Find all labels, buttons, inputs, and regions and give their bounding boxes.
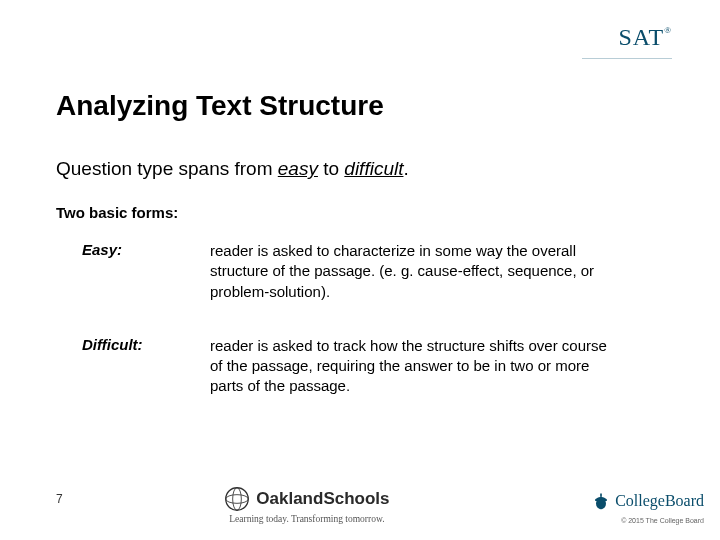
- copyright: © 2015 The College Board: [591, 517, 704, 524]
- form-desc-difficult: reader is asked to track how the structu…: [210, 336, 610, 397]
- subtitle-difficult: difficult: [344, 158, 403, 179]
- subtitle-part: to: [318, 158, 344, 179]
- svg-point-0: [226, 488, 249, 511]
- forms-label: Two basic forms:: [56, 204, 672, 221]
- sat-logo: SAT®: [618, 24, 672, 51]
- form-label-easy: Easy:: [82, 241, 210, 302]
- registered-mark: ®: [664, 25, 672, 35]
- oakland-tagline: Learning today. Transforming tomorrow.: [23, 514, 591, 524]
- svg-rect-4: [600, 494, 602, 497]
- svg-point-1: [226, 495, 249, 504]
- footer: 7 OaklandSchools Learning today. Transfo…: [56, 486, 704, 524]
- slide-content: Analyzing Text Structure Question type s…: [56, 90, 672, 431]
- subtitle-part: .: [403, 158, 408, 179]
- collegeboard-logo: CollegeBoard: [591, 491, 704, 511]
- oakland-name: OaklandSchools: [256, 489, 389, 509]
- form-label-difficult: Difficult:: [82, 336, 210, 397]
- sat-logo-text: SAT: [618, 24, 664, 50]
- right-footer: CollegeBoard © 2015 The College Board: [591, 491, 704, 524]
- oakland-icon: [224, 486, 250, 512]
- oakland-schools-logo: OaklandSchools Learning today. Transform…: [23, 486, 591, 524]
- form-row: Easy: reader is asked to characterize in…: [56, 241, 672, 302]
- subtitle-part: Question type spans from: [56, 158, 278, 179]
- page-title: Analyzing Text Structure: [56, 90, 672, 122]
- form-desc-easy: reader is asked to characterize in some …: [210, 241, 610, 302]
- collegeboard-text: CollegeBoard: [615, 492, 704, 510]
- header-divider: [582, 58, 672, 59]
- subtitle-easy: easy: [278, 158, 318, 179]
- svg-point-2: [233, 488, 242, 511]
- decorative-dot-column: [0, 0, 26, 540]
- subtitle: Question type spans from easy to difficu…: [56, 158, 672, 180]
- form-row: Difficult: reader is asked to track how …: [56, 336, 672, 397]
- oakland-logo-row: OaklandSchools: [23, 486, 591, 512]
- acorn-icon: [591, 491, 611, 511]
